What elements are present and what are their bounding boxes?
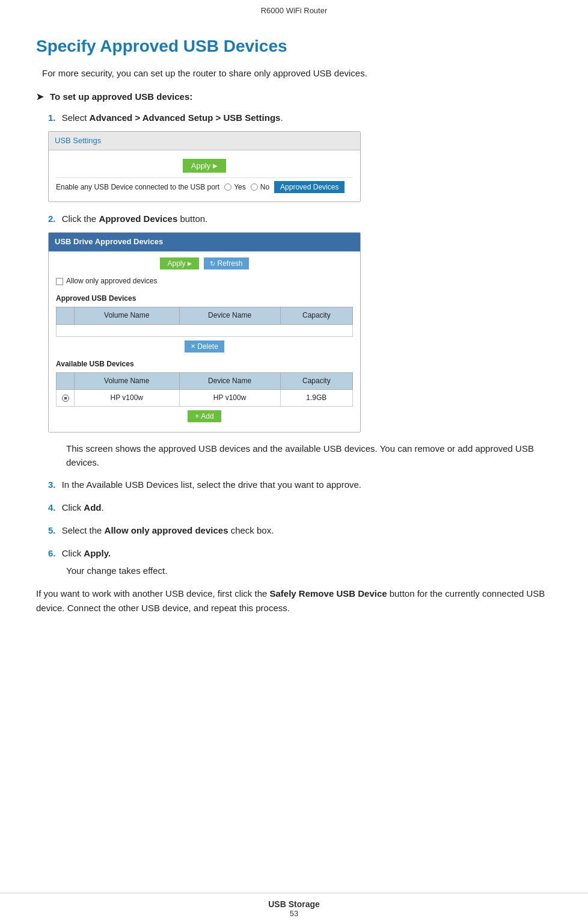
step-1-content: Select Advanced > Advanced Setup > USB S… xyxy=(62,112,283,123)
step-5-bold: Allow only approved devices xyxy=(105,525,228,535)
add-btn-row: Add xyxy=(56,410,353,422)
available-usb-section-label: Available USB Devices xyxy=(56,359,353,370)
step-2-content: Click the Approved Devices button. xyxy=(62,214,208,224)
allow-only-label: Allow only approved devices xyxy=(66,276,157,287)
approved-panel-body: Apply Refresh Allow only approved device… xyxy=(49,251,360,432)
yes-label: Yes xyxy=(234,182,246,193)
step-5: 5. Select the Allow only approved device… xyxy=(48,523,552,538)
step-4-bold: Add xyxy=(84,502,101,513)
usb-device-row: Enable any USB Device connected to the U… xyxy=(56,177,353,197)
approved-empty-row xyxy=(57,324,353,336)
step-4-text-before: Click xyxy=(62,502,84,513)
delete-btn-row: Delete xyxy=(56,340,353,353)
step-5-text-before: Select the xyxy=(62,525,105,535)
footer-section: USB Storage xyxy=(0,899,588,909)
approved-devices-button[interactable]: Approved Devices xyxy=(274,181,345,193)
available-row-0-check[interactable] xyxy=(57,390,75,407)
yes-radio-button[interactable] xyxy=(224,183,231,191)
step-1: 1. Select Advanced > Advanced Setup > US… xyxy=(48,111,552,203)
approved-refresh-button[interactable]: Refresh xyxy=(204,257,249,270)
step-6-description: Your change takes effect. xyxy=(66,564,552,578)
page-title: Specify Approved USB Devices xyxy=(36,37,552,56)
step-2-num: 2. xyxy=(48,214,56,224)
available-row-0: HP v100w HP v100w 1.9GB xyxy=(57,390,353,407)
step-3: 3. In the Available USB Devices list, se… xyxy=(48,478,552,492)
step-6-bold: Apply. xyxy=(84,548,111,558)
step-1-num: 1. xyxy=(48,112,56,123)
intro-text: For more security, you can set up the ro… xyxy=(42,67,552,81)
final-bold: Safely Remove USB Device xyxy=(270,588,387,599)
step-5-text-after: check box. xyxy=(228,525,274,535)
step-2-text-after: button. xyxy=(177,214,207,224)
allow-only-row: Allow only approved devices xyxy=(56,276,353,287)
add-button[interactable]: Add xyxy=(188,410,221,422)
usb-settings-panel: USB Settings Apply Enable any USB Device… xyxy=(48,131,361,203)
header-title: R6000 WiFi Router xyxy=(261,6,328,15)
available-row-0-volume: HP v100w xyxy=(75,390,180,407)
usb-settings-title: USB Settings xyxy=(49,132,360,151)
step-1-text-before: Select xyxy=(62,112,90,123)
setup-heading-arrow: ➤ xyxy=(36,91,44,102)
approved-table-col-capacity: Capacity xyxy=(280,307,352,324)
steps-list: 1. Select Advanced > Advanced Setup > US… xyxy=(48,111,552,578)
available-table-col-device: Device Name xyxy=(179,372,280,389)
approved-table-col-volume: Volume Name xyxy=(75,307,180,324)
step-2-description: This screen shows the approved USB devic… xyxy=(66,442,552,469)
footer-page-num: 53 xyxy=(0,909,588,918)
step-4-text-after: . xyxy=(102,502,104,513)
step-6-num: 6. xyxy=(48,548,56,558)
approved-btn-row: Apply Refresh xyxy=(56,257,353,270)
approved-usb-section-label: Approved USB Devices xyxy=(56,293,353,304)
available-usb-table: Volume Name Device Name Capacity HP v100… xyxy=(56,372,353,407)
usb-settings-apply-row: Apply xyxy=(56,155,353,177)
step-4-content: Click Add. xyxy=(62,502,104,513)
available-row-0-capacity: 1.9GB xyxy=(280,390,352,407)
available-row-0-radio[interactable] xyxy=(62,395,69,402)
approved-usb-table: Volume Name Device Name Capacity xyxy=(56,307,353,336)
approved-table-col-check xyxy=(57,307,75,324)
no-radio-button[interactable] xyxy=(251,183,258,191)
step-6: 6. Click Apply. Your change takes effect… xyxy=(48,546,552,578)
available-table-col-check xyxy=(57,372,75,389)
final-paragraph: If you want to work with another USB dev… xyxy=(36,587,552,615)
available-table-col-capacity: Capacity xyxy=(280,372,352,389)
step-1-bold: Advanced > Advanced Setup > USB Settings xyxy=(90,112,281,123)
setup-heading-text: To set up approved USB devices: xyxy=(50,91,192,102)
available-table-col-volume: Volume Name xyxy=(75,372,180,389)
available-row-0-device: HP v100w xyxy=(179,390,280,407)
page-content: Specify Approved USB Devices For more se… xyxy=(0,19,588,651)
no-label: No xyxy=(260,182,269,193)
step-5-num: 5. xyxy=(48,525,56,535)
step-1-text-after: . xyxy=(280,112,283,123)
usb-settings-body: Apply Enable any USB Device connected to… xyxy=(49,150,360,202)
delete-button[interactable]: Delete xyxy=(185,340,224,353)
step-6-content: Click Apply. xyxy=(62,548,111,558)
approved-table-col-device: Device Name xyxy=(179,307,280,324)
step-2-bold: Approved Devices xyxy=(99,214,177,224)
step-3-content: In the Available USB Devices list, selec… xyxy=(62,479,361,490)
page-footer: USB Storage 53 xyxy=(0,893,588,924)
usb-settings-apply-button[interactable]: Apply xyxy=(183,159,227,173)
step-4-num: 4. xyxy=(48,502,56,513)
step-2-text-before: Click the xyxy=(62,214,99,224)
yes-radio-group: Yes xyxy=(224,182,246,193)
step-6-text-before: Click xyxy=(62,548,84,558)
enable-label: Enable any USB Device connected to the U… xyxy=(56,182,219,193)
final-text-before: If you want to work with another USB dev… xyxy=(36,588,270,599)
step-2: 2. Click the Approved Devices button. US… xyxy=(48,212,552,469)
step-5-content: Select the Allow only approved devices c… xyxy=(62,525,274,535)
approved-panel-title: USB Drive Approved Devices xyxy=(49,233,360,251)
allow-only-checkbox[interactable] xyxy=(56,278,63,285)
no-radio-group: No xyxy=(251,182,269,193)
step-4: 4. Click Add. xyxy=(48,500,552,515)
step-3-num: 3. xyxy=(48,479,56,490)
approved-devices-panel: USB Drive Approved Devices Apply Refresh… xyxy=(48,232,361,433)
setup-heading: ➤ To set up approved USB devices: xyxy=(36,91,552,102)
page-header: R6000 WiFi Router xyxy=(0,0,588,19)
approved-apply-button[interactable]: Apply xyxy=(160,257,198,270)
